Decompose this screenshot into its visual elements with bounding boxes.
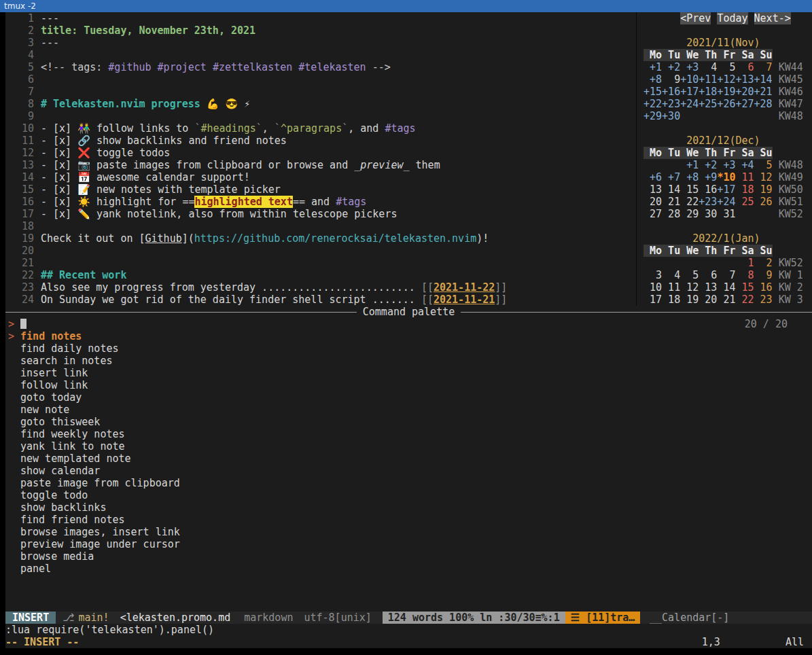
calendar-day[interactable]: +9 (699, 171, 717, 183)
calendar-day[interactable]: 22 (680, 196, 699, 208)
calendar-day[interactable]: 6 (735, 61, 754, 73)
calendar-day[interactable]: 9 (754, 269, 773, 281)
calendar-day[interactable]: +27 (735, 98, 754, 110)
calendar-day[interactable]: +20 (735, 86, 754, 98)
palette-item[interactable]: paste image from clipboard (5, 477, 812, 489)
github-link[interactable]: Github (145, 232, 182, 245)
calendar-day[interactable]: 6 (699, 269, 717, 281)
palette-item[interactable]: yank link to note (5, 440, 812, 453)
calendar-day[interactable]: +11 (699, 73, 717, 86)
palette-item-selected[interactable]: > find notes (5, 330, 812, 342)
palette-item[interactable]: find weekly notes (5, 428, 812, 440)
calendar-day[interactable]: 4 (699, 61, 717, 73)
calendar-day[interactable]: 17 (643, 294, 662, 306)
calendar-day[interactable]: 15 (680, 183, 699, 196)
palette-item[interactable]: find friend notes (5, 514, 812, 526)
palette-item[interactable]: goto today (5, 391, 812, 404)
calendar-day[interactable]: 20 (643, 196, 662, 208)
calendar-day[interactable]: +19 (717, 86, 735, 98)
calendar-day[interactable]: 21 (717, 294, 735, 306)
calendar-day[interactable]: +16 (662, 86, 680, 98)
calendar-prev-button[interactable]: <Prev (680, 12, 711, 24)
calendar-day[interactable]: +13 (735, 73, 754, 86)
calendar-day[interactable]: 13 (699, 281, 717, 294)
palette-item[interactable]: toggle todo (5, 489, 812, 501)
calendar-day[interactable]: +22 (643, 98, 662, 110)
calendar-day[interactable]: 14 (717, 281, 735, 294)
calendar-day[interactable]: +26 (717, 98, 735, 110)
calendar-day[interactable]: +3 (717, 159, 735, 171)
calendar-day[interactable]: 19 (754, 183, 773, 196)
calendar-day[interactable]: 27 (643, 208, 662, 220)
calendar-day[interactable]: +6 (643, 171, 662, 183)
calendar-day[interactable]: +24 (680, 98, 699, 110)
palette-item[interactable]: find daily notes (5, 342, 812, 355)
calendar-day[interactable]: 22 (735, 294, 754, 306)
editor-pane[interactable]: 1---2title: Tuesday, November 23th, 2021… (5, 12, 636, 306)
calendar-day[interactable]: 18 (662, 294, 680, 306)
tag[interactable]: #tags (336, 196, 366, 208)
calendar-day[interactable]: +14 (754, 73, 773, 86)
palette-item[interactable]: browse images, insert link (5, 526, 812, 538)
wiki-link[interactable]: 2021-11-21 (434, 294, 495, 306)
palette-item[interactable]: show backlinks (5, 501, 812, 514)
palette-item[interactable]: show calendar (5, 465, 812, 477)
palette-item[interactable]: new templated note (5, 453, 812, 465)
palette-item[interactable]: follow link (5, 379, 812, 391)
calendar-day[interactable]: +1 (680, 159, 699, 171)
calendar-day[interactable]: 15 (735, 281, 754, 294)
calendar-day[interactable]: 16 (754, 281, 773, 294)
calendar-day[interactable]: 9 (662, 73, 680, 86)
calendar-day[interactable]: 3 (643, 269, 662, 281)
tag[interactable]: #tags (385, 122, 415, 135)
tag[interactable]: #project (158, 61, 207, 73)
calendar-day[interactable]: 5 (717, 61, 735, 73)
calendar-day[interactable]: 7 (717, 269, 735, 281)
calendar-day[interactable]: 10 (643, 281, 662, 294)
calendar-day[interactable]: 28 (662, 208, 680, 220)
calendar-day[interactable]: 26 (754, 196, 773, 208)
calendar-day[interactable]: +15 (643, 86, 662, 98)
calendar-day[interactable]: 18 (735, 183, 754, 196)
palette-item[interactable]: goto thisweek (5, 416, 812, 428)
calendar-day[interactable]: +24 (717, 196, 735, 208)
calendar-day[interactable]: 25 (735, 196, 754, 208)
calendar-day[interactable]: 14 (662, 183, 680, 196)
calendar-day[interactable]: 19 (680, 294, 699, 306)
calendar-day[interactable]: +21 (754, 86, 773, 98)
palette-item[interactable]: search in notes (5, 355, 812, 367)
calendar-day[interactable]: +10 (680, 73, 699, 86)
calendar-day[interactable]: +2 (662, 61, 680, 73)
calendar-day[interactable]: 12 (680, 281, 699, 294)
tag[interactable]: #zettelkasten (213, 61, 292, 73)
calendar-day[interactable]: 13 (643, 183, 662, 196)
calendar-day[interactable]: 30 (699, 208, 717, 220)
calendar-day[interactable]: +8 (680, 171, 699, 183)
calendar-day[interactable]: 29 (680, 208, 699, 220)
calendar-day[interactable]: 4 (662, 269, 680, 281)
calendar-day[interactable]: +17 (717, 183, 735, 196)
palette-prompt[interactable]: > 20 / 20 (5, 318, 812, 330)
calendar-day[interactable]: 11 (662, 281, 680, 294)
calendar-day[interactable]: +17 (680, 86, 699, 98)
calendar-day[interactable]: 2 (754, 257, 773, 269)
calendar-day[interactable]: +4 (735, 159, 754, 171)
palette-item[interactable]: insert link (5, 367, 812, 379)
tag[interactable]: #github (108, 61, 151, 73)
palette-item[interactable]: panel (5, 563, 812, 575)
calendar-day[interactable]: 31 (717, 208, 735, 220)
calendar-day[interactable]: 5 (754, 159, 773, 171)
calendar-day[interactable]: +18 (699, 86, 717, 98)
calendar-day[interactable]: 16 (699, 183, 717, 196)
calendar-day[interactable]: 1 (735, 257, 754, 269)
github-url[interactable]: https://github.com/renerocksai/telekaste… (194, 232, 476, 245)
calendar-next-button[interactable]: Next-> (754, 12, 791, 24)
calendar-day[interactable]: +12 (717, 73, 735, 86)
calendar-day[interactable]: +23 (699, 196, 717, 208)
calendar-day[interactable]: +25 (699, 98, 717, 110)
calendar-day[interactable]: +7 (662, 171, 680, 183)
calendar-day[interactable]: +3 (680, 61, 699, 73)
wiki-link[interactable]: 2021-11-22 (434, 281, 495, 294)
calendar-day[interactable]: 23 (754, 294, 773, 306)
palette-item[interactable]: new note (5, 404, 812, 416)
